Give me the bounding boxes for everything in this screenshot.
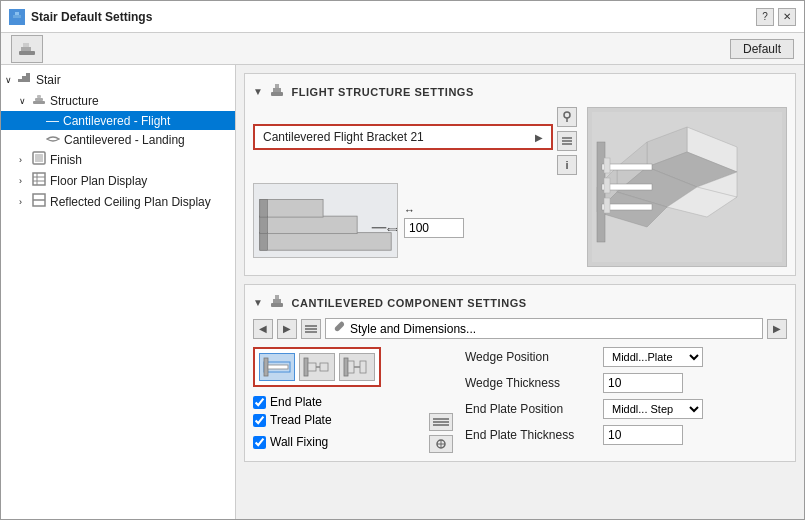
svg-rect-52 bbox=[604, 198, 610, 213]
svg-text:⟺: ⟺ bbox=[387, 225, 398, 234]
tree-item-floor-plan[interactable]: › Floor Plan Display bbox=[1, 170, 235, 191]
svg-rect-50 bbox=[604, 158, 610, 173]
pin-icon-btn[interactable] bbox=[557, 107, 577, 127]
tree-item-cantilever-landing[interactable]: Cantilevered - Landing bbox=[1, 130, 235, 149]
svg-rect-7 bbox=[22, 76, 30, 79]
toolbar-icon bbox=[11, 35, 43, 63]
svg-rect-3 bbox=[19, 51, 35, 55]
wedge-position-select[interactable]: Middl...Plate bbox=[603, 347, 703, 367]
tree-item-reflected-ceiling[interactable]: › Reflected Ceiling Plan Display bbox=[1, 191, 235, 212]
landing-label: Cantilevered - Landing bbox=[64, 133, 185, 147]
next-button[interactable]: ▶ bbox=[277, 319, 297, 339]
tree-item-cantilever-flight[interactable]: — Cantilevered - Flight bbox=[1, 111, 235, 130]
wall-fixing-label: Wall Fixing bbox=[270, 435, 328, 449]
svg-rect-20 bbox=[271, 92, 283, 96]
flight-left-col: Cantilevered Flight Bracket 21 ▶ bbox=[253, 107, 579, 267]
stair-diagram-svg: ⟺ bbox=[253, 183, 398, 258]
landing-icon bbox=[46, 132, 60, 147]
default-button[interactable]: Default bbox=[730, 39, 794, 59]
cantilever-body: End Plate Tread Plate bbox=[253, 347, 787, 453]
finish-icon bbox=[32, 151, 46, 168]
finish-label: Finish bbox=[50, 153, 82, 167]
app-icon bbox=[9, 9, 25, 25]
svg-rect-0 bbox=[11, 18, 23, 22]
list-icon-btn[interactable] bbox=[557, 131, 577, 151]
content-area: ∨ Stair ∨ bbox=[1, 65, 804, 519]
expand-right-btn[interactable]: ▶ bbox=[767, 319, 787, 339]
comp-icon-2[interactable] bbox=[299, 353, 335, 381]
end-plate-position-select[interactable]: Middl... Step bbox=[603, 399, 703, 419]
dimension-input[interactable] bbox=[404, 218, 464, 238]
wrench-icon bbox=[334, 321, 346, 336]
tread-plate-checkbox[interactable] bbox=[253, 414, 266, 427]
cantilever-section: ▼ CANTILEVERED COMPONENT SETTINGS ◀ ▶ bbox=[244, 284, 796, 462]
svg-rect-2 bbox=[15, 12, 19, 15]
wall-fixing-row: Wall Fixing bbox=[253, 435, 453, 453]
end-plate-thickness-row: End Plate Thickness bbox=[465, 425, 787, 445]
wedge-thickness-label: Wedge Thickness bbox=[465, 376, 595, 390]
ceiling-label: Reflected Ceiling Plan Display bbox=[50, 195, 211, 209]
structure-icon bbox=[32, 92, 46, 109]
tread-plate-row: Tread Plate bbox=[253, 413, 453, 431]
end-plate-thickness-label: End Plate Thickness bbox=[465, 428, 595, 442]
stair-preview-image bbox=[587, 107, 787, 267]
bracket-arrow-icon: ▶ bbox=[535, 132, 543, 143]
prev-button[interactable]: ◀ bbox=[253, 319, 273, 339]
tree-item-structure[interactable]: ∨ Structure bbox=[1, 90, 235, 111]
flight-structure-body: Cantilevered Flight Bracket 21 ▶ bbox=[253, 107, 787, 267]
flight-icon: — bbox=[46, 113, 59, 128]
collapse-cantilever[interactable]: ▼ bbox=[253, 297, 263, 308]
end-plate-thickness-input[interactable] bbox=[603, 425, 683, 445]
title-bar: Stair Default Settings ? ✕ bbox=[1, 1, 804, 33]
bracket-label: Cantilevered Flight Bracket 21 bbox=[263, 130, 424, 144]
collapse-flight[interactable]: ▼ bbox=[253, 86, 263, 97]
svg-rect-51 bbox=[604, 178, 610, 193]
cantilever-right: Wedge Position Middl...Plate Wedge Thick… bbox=[465, 347, 787, 453]
wedge-position-row: Wedge Position Middl...Plate bbox=[465, 347, 787, 367]
tree-item-finish[interactable]: › Finish bbox=[1, 149, 235, 170]
end-plate-label: End Plate bbox=[270, 395, 322, 409]
bracket-selector[interactable]: Cantilevered Flight Bracket 21 ▶ bbox=[253, 124, 553, 150]
help-button[interactable]: ? bbox=[756, 8, 774, 26]
svg-rect-54 bbox=[273, 299, 281, 303]
wedge-thickness-row: Wedge Thickness bbox=[465, 373, 787, 393]
wall-fixing-checkbox[interactable] bbox=[253, 436, 266, 449]
cantilever-toolbar: ◀ ▶ bbox=[253, 318, 787, 339]
svg-rect-66 bbox=[344, 358, 348, 376]
main-window: Stair Default Settings ? ✕ Default ∨ bbox=[0, 0, 805, 520]
end-plate-row: End Plate bbox=[253, 395, 453, 409]
svg-rect-10 bbox=[35, 98, 43, 101]
tread-plate-icon-btn[interactable] bbox=[429, 413, 453, 431]
dimension-col: ↔ bbox=[404, 204, 464, 238]
style-dims-label: Style and Dimensions... bbox=[350, 322, 476, 336]
stair-preview-svg bbox=[592, 112, 782, 262]
svg-rect-68 bbox=[360, 361, 366, 373]
svg-rect-53 bbox=[271, 303, 283, 307]
tread-plate-label: Tread Plate bbox=[270, 413, 332, 427]
svg-rect-30 bbox=[260, 200, 323, 218]
cantilever-title: CANTILEVERED COMPONENT SETTINGS bbox=[291, 297, 526, 309]
comp-icon-1[interactable] bbox=[259, 353, 295, 381]
cantilever-section-icon bbox=[269, 293, 285, 312]
svg-rect-64 bbox=[320, 363, 328, 371]
side-icons: i bbox=[557, 107, 579, 175]
window-title: Stair Default Settings bbox=[31, 10, 756, 24]
flight-label: Cantilevered - Flight bbox=[63, 114, 170, 128]
tree-item-stair[interactable]: ∨ Stair bbox=[1, 69, 235, 90]
cantilever-left: End Plate Tread Plate bbox=[253, 347, 453, 453]
wedge-position-label: Wedge Position bbox=[465, 350, 595, 364]
style-dimensions-button[interactable]: Style and Dimensions... bbox=[325, 318, 763, 339]
info-icon-btn[interactable]: i bbox=[557, 155, 577, 175]
close-button[interactable]: ✕ bbox=[778, 8, 796, 26]
end-plate-checkbox[interactable] bbox=[253, 396, 266, 409]
comp-icon-3[interactable] bbox=[339, 353, 375, 381]
svg-rect-21 bbox=[273, 88, 281, 92]
end-plate-position-row: End Plate Position Middl... Step bbox=[465, 399, 787, 419]
chevron-empty1 bbox=[33, 116, 43, 126]
list-button[interactable] bbox=[301, 319, 321, 339]
svg-rect-31 bbox=[260, 233, 268, 251]
component-icons-row bbox=[253, 347, 381, 387]
svg-rect-67 bbox=[348, 361, 354, 373]
wall-fixing-icon-btn[interactable] bbox=[429, 435, 453, 453]
wedge-thickness-input[interactable] bbox=[603, 373, 683, 393]
